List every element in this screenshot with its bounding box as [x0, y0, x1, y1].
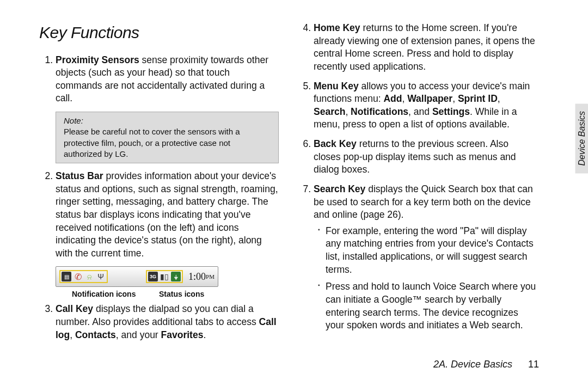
desc-status-bar: provides information about your device's… — [56, 170, 278, 259]
term-settings: Settings — [432, 106, 470, 117]
note-label: Note: — [64, 115, 88, 126]
term-back-key: Back Key — [314, 138, 357, 149]
desc-call-key-c: , and your — [116, 329, 161, 340]
term-favorites: Favorites — [161, 329, 204, 340]
status-bar-figure: ▤ ✆ ⍾ Ψ 3G ▮▯ ⏚ 1:00PM Notificati — [56, 266, 279, 299]
search-key-sublist: For example, entering the word "Pa" will… — [314, 225, 537, 332]
item-search-key: Search Key displays the Quick Search box… — [314, 183, 537, 332]
android-icon: ⍾ — [84, 272, 94, 281]
item-menu-key: Menu Key allows you to access your devic… — [314, 80, 537, 132]
time-ampm: PM — [206, 273, 215, 280]
term-home-key: Home Key — [314, 22, 360, 33]
term-call-key: Call Key — [56, 303, 93, 314]
item-proximity-sensors: Proximity Sensors sense proximity toward… — [56, 54, 279, 106]
term-notifications: Notifications — [351, 106, 408, 117]
side-tab-device-basics: Device Basics — [575, 103, 588, 173]
time-value: 1:00 — [188, 271, 206, 282]
note-body: Please be careful not to cover the senso… — [64, 126, 249, 160]
missed-call-icon: ✆ — [73, 272, 83, 281]
usb-icon: Ψ — [96, 272, 106, 281]
term-proximity-sensors: Proximity Sensors — [56, 54, 139, 65]
item-status-bar: Status Bar provides information about yo… — [56, 170, 279, 260]
sd-card-icon: ▤ — [62, 272, 71, 281]
left-column: Key Functions Proximity Sensors sense pr… — [39, 22, 279, 348]
section-title: Key Functions — [39, 22, 279, 44]
key-functions-list-left: Proximity Sensors sense proximity toward… — [39, 54, 279, 106]
item-call-key: Call Key displays the dialpad so you can… — [56, 303, 279, 341]
key-functions-list-right: Home Key returns to the Home screen. If … — [297, 22, 537, 332]
note-box: Note: Please be careful not to cover the… — [56, 112, 279, 163]
term-sprint-id: Sprint ID — [458, 93, 498, 104]
search-key-voice: Press and hold to launch Voice Search wh… — [320, 280, 537, 332]
term-search: Search — [314, 106, 345, 117]
key-functions-list-left-cont2: Call Key displays the dialpad so you can… — [39, 303, 279, 341]
term-menu-key: Menu Key — [314, 81, 359, 91]
battery-icon: ⏚ — [171, 272, 181, 281]
term-status-bar: Status Bar — [56, 170, 103, 181]
term-add: Add — [383, 93, 402, 104]
comma1: , — [70, 329, 75, 340]
term-contacts: Contacts — [75, 329, 116, 340]
term-search-key: Search Key — [314, 183, 365, 194]
page-footer: 2A. Device Basics 11 — [433, 359, 539, 370]
period1: . — [203, 329, 206, 340]
label-notification-icons: Notification icons — [72, 289, 159, 299]
label-status-icons: Status icons — [159, 289, 204, 299]
footer-page-number: 11 — [528, 359, 539, 370]
item-back-key: Back Key returns to the previous screen.… — [314, 138, 537, 176]
right-column: Home Key returns to the Home screen. If … — [297, 22, 537, 348]
term-wallpaper: Wallpaper — [407, 93, 452, 104]
status-bar-labels: Notification icons Status icons — [72, 289, 279, 299]
three-g-icon: 3G — [148, 272, 158, 281]
signal-icon: ▮▯ — [160, 272, 169, 281]
manual-page: Device Basics Key Functions Proximity Se… — [0, 0, 588, 392]
status-bar-mock: ▤ ✆ ⍾ Ψ 3G ▮▯ ⏚ 1:00PM — [56, 266, 218, 287]
two-column-layout: Key Functions Proximity Sensors sense pr… — [39, 22, 539, 348]
item-home-key: Home Key returns to the Home screen. If … — [314, 22, 537, 74]
status-icons-group: 3G ▮▯ ⏚ — [146, 270, 183, 283]
status-bar-time: 1:00PM — [188, 270, 215, 283]
footer-section: 2A. Device Basics — [433, 359, 512, 370]
search-key-example: For example, entering the word "Pa" will… — [320, 225, 537, 277]
notification-icons-group: ▤ ✆ ⍾ Ψ — [59, 270, 108, 283]
key-functions-list-left-cont: Status Bar provides information about yo… — [39, 170, 279, 260]
